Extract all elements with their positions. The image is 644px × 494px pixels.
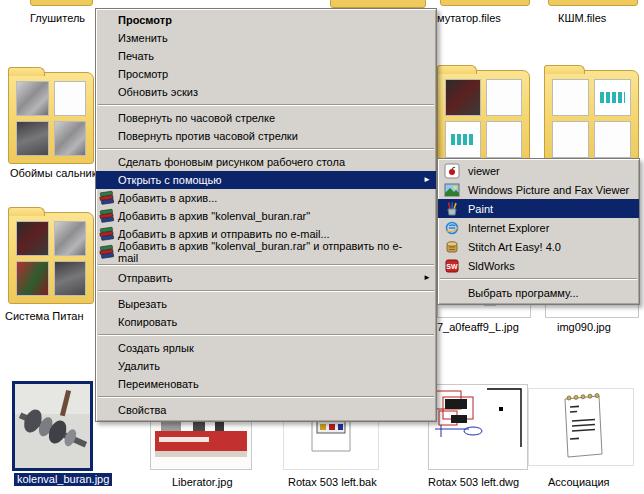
sldworks-icon: SW [444,258,460,274]
menu-item-preview[interactable]: Просмотр [96,65,436,83]
menu-item-refresh-thumbnail[interactable]: Обновить эскиз [96,83,436,101]
picture-viewer-icon [444,182,460,198]
viewer-icon [444,163,460,179]
folder-preview-a[interactable] [437,70,530,166]
submenu-arrow-icon: ► [423,171,431,189]
folder-sistema-label[interactable]: Система Питан [5,310,84,322]
submenu-arrow-icon: ► [423,269,431,287]
folder-glushitel-label[interactable]: Глушитель [30,12,85,24]
menu-item-archive-named-and-email[interactable]: Добавить в архив "kolenval_buran.rar" и … [96,243,436,261]
menu-item-rotate-counterclockwise[interactable]: Повернуть против часовой стрелки [96,127,436,145]
winrar-icon [99,226,115,242]
file-a0feaff9-label[interactable]: 7_a0feaff9_L.jpg [437,321,519,333]
winrar-icon [99,208,115,224]
file-kolenval-label[interactable]: kolenval_buran.jpg [14,473,112,486]
folder-kshm-label[interactable]: КШМ.files [558,12,606,24]
file-rotax-bak-label[interactable]: Rotax 503 left.bak [288,476,377,488]
menu-separator [98,148,434,150]
context-menu: Просмотр Изменить Печать Просмотр Обнови… [95,8,437,422]
submenu-item-windows-picture-fax-viewer[interactable]: Windows Picture and Fax Viewer [438,180,639,199]
menu-item-cut[interactable]: Вырезать [96,295,436,313]
menu-item-add-to-archive[interactable]: Добавить в архив... [96,189,436,207]
menu-item-add-to-archive-named[interactable]: Добавить в архив "kolenval_buran.rar" [96,207,436,225]
submenu-item-paint[interactable]: Paint [438,199,639,218]
folder-oboymy-label[interactable]: Обоймы сальник [10,167,96,179]
menu-separator [98,264,434,266]
file-img090-label[interactable]: img090.jpg [557,321,611,333]
menu-item-preview-default[interactable]: Просмотр [96,11,436,29]
folder-preview-b[interactable] [544,70,639,166]
menu-separator [98,104,434,106]
winrar-icon [99,244,115,260]
menu-separator [440,278,637,280]
menu-item-edit[interactable]: Изменить [96,29,436,47]
file-rotax-dwg-thumbnail[interactable] [428,384,528,470]
submenu-item-sldworks[interactable]: SW SldWorks [438,256,639,275]
file-association-thumbnail[interactable] [528,388,634,466]
submenu-item-viewer[interactable]: viewer [438,161,639,180]
internet-explorer-icon [444,220,460,236]
menu-separator [98,290,434,292]
thumbnail-view: Глушитель мутатор.files КШМ.files Обоймы… [0,0,644,494]
file-kolenval-thumbnail[interactable] [12,381,93,471]
menu-item-create-shortcut[interactable]: Создать ярлык [96,339,436,357]
winrar-icon [99,190,115,206]
svg-text:SW: SW [446,263,458,270]
menu-item-print[interactable]: Печать [96,47,436,65]
file-rotax-dwg-label[interactable]: Rotax 503 left.dwg [428,476,519,488]
menu-item-open-with[interactable]: Открыть с помощью ► [96,171,436,189]
menu-item-send-to[interactable]: Отправить ► [96,269,436,287]
folder-oboymy[interactable] [8,72,94,164]
paint-icon [444,201,460,217]
menu-item-set-as-wallpaper[interactable]: Сделать фоновым рисунком рабочего стола [96,153,436,171]
folder-partial[interactable] [330,0,426,8]
file-association-label[interactable]: Ассоциация [548,476,610,488]
notepad-icon [529,389,633,465]
submenu-item-stitch-art-easy[interactable]: Stitch Art Easy! 4.0 [438,237,639,256]
file-liberator-label[interactable]: Liberator.jpg [172,476,233,488]
folder-glushitel[interactable] [30,0,93,6]
folder-mutator-label[interactable]: мутатор.files [437,12,501,24]
menu-item-copy[interactable]: Копировать [96,313,436,331]
menu-separator [98,334,434,336]
open-with-submenu: viewer Windows Picture and Fax Viewer Pa… [437,158,640,305]
menu-item-rename[interactable]: Переименовать [96,375,436,393]
menu-item-properties[interactable]: Свойства [96,401,436,419]
menu-item-rotate-clockwise[interactable]: Повернуть по часовой стрелке [96,109,436,127]
menu-separator [98,396,434,398]
stitch-art-easy-icon [444,239,460,255]
folder-sistema[interactable] [8,212,94,304]
submenu-item-internet-explorer[interactable]: Internet Explorer [438,218,639,237]
folder-mutator[interactable] [440,0,530,6]
submenu-item-choose-program[interactable]: Выбрать программу... [438,283,639,302]
menu-item-delete[interactable]: Удалить [96,357,436,375]
folder-kshm[interactable] [548,0,638,6]
